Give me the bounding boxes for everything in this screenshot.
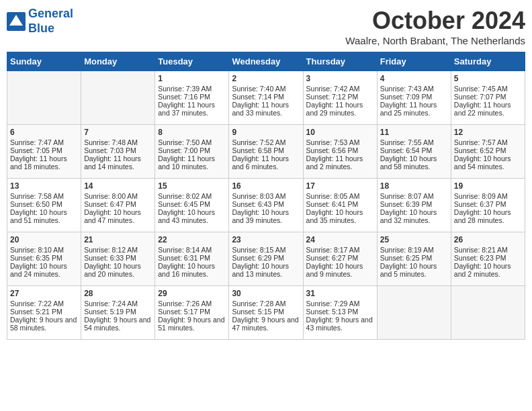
cell-text: Sunrise: 7:47 AM xyxy=(10,138,78,146)
days-header-row: SundayMondayTuesdayWednesdayThursdayFrid… xyxy=(7,52,525,71)
cell-text: Sunset: 6:58 PM xyxy=(232,146,300,154)
cell-text: Sunset: 6:37 PM xyxy=(454,200,522,208)
calendar-cell: 23Sunrise: 8:15 AMSunset: 6:29 PMDayligh… xyxy=(229,232,303,286)
day-number: 9 xyxy=(232,128,300,137)
cell-text: Sunset: 6:25 PM xyxy=(380,254,448,262)
calendar-cell xyxy=(377,286,451,340)
cell-text: Sunset: 6:45 PM xyxy=(158,200,226,208)
day-number: 30 xyxy=(232,289,300,298)
day-number: 4 xyxy=(380,74,448,83)
cell-text: Sunrise: 7:28 AM xyxy=(232,300,300,308)
calendar-cell: 24Sunrise: 8:17 AMSunset: 6:27 PMDayligh… xyxy=(303,232,377,286)
cell-text: Sunrise: 7:48 AM xyxy=(84,138,152,146)
day-header-wednesday: Wednesday xyxy=(229,52,303,71)
calendar-cell: 6Sunrise: 7:47 AMSunset: 7:05 PMDaylight… xyxy=(7,125,81,179)
cell-text: Sunrise: 8:00 AM xyxy=(84,192,152,200)
cell-text: Daylight: 10 hours and 16 minutes. xyxy=(158,262,226,278)
day-number: 28 xyxy=(84,289,152,298)
cell-text: Daylight: 11 hours and 25 minutes. xyxy=(380,101,448,117)
day-number: 14 xyxy=(84,181,152,191)
day-number: 8 xyxy=(158,128,226,137)
calendar-cell: 20Sunrise: 8:10 AMSunset: 6:35 PMDayligh… xyxy=(7,232,81,286)
cell-text: Daylight: 11 hours and 18 minutes. xyxy=(10,154,78,171)
cell-text: Sunset: 7:16 PM xyxy=(158,93,226,101)
cell-text: Daylight: 11 hours and 2 minutes. xyxy=(306,154,374,171)
logo-line2: Blue xyxy=(28,21,54,35)
cell-text: Daylight: 10 hours and 35 minutes. xyxy=(306,208,374,224)
cell-text: Sunset: 6:41 PM xyxy=(306,200,374,208)
cell-text: Sunrise: 7:52 AM xyxy=(232,138,300,146)
cell-text: Daylight: 10 hours and 54 minutes. xyxy=(454,154,522,171)
cell-text: Sunset: 7:00 PM xyxy=(158,146,226,154)
cell-text: Daylight: 9 hours and 54 minutes. xyxy=(84,316,152,332)
calendar-cell: 15Sunrise: 8:02 AMSunset: 6:45 PMDayligh… xyxy=(155,179,229,232)
cell-text: Sunrise: 7:43 AM xyxy=(380,85,448,93)
logo-text: General Blue xyxy=(28,7,73,36)
cell-text: Daylight: 9 hours and 43 minutes. xyxy=(306,316,374,332)
day-number: 25 xyxy=(380,235,448,244)
calendar-cell: 12Sunrise: 7:57 AMSunset: 6:52 PMDayligh… xyxy=(451,125,525,179)
cell-text: Sunset: 7:09 PM xyxy=(380,93,448,101)
calendar-cell: 13Sunrise: 7:58 AMSunset: 6:50 PMDayligh… xyxy=(7,179,81,232)
day-number: 2 xyxy=(232,74,300,83)
cell-text: Sunset: 7:03 PM xyxy=(84,146,152,154)
cell-text: Daylight: 11 hours and 14 minutes. xyxy=(84,154,152,171)
cell-text: Daylight: 11 hours and 6 minutes. xyxy=(232,154,300,171)
cell-text: Sunrise: 7:40 AM xyxy=(232,85,300,93)
cell-text: Sunrise: 8:07 AM xyxy=(380,192,448,200)
cell-text: Sunset: 7:07 PM xyxy=(454,93,522,101)
cell-text: Sunset: 6:54 PM xyxy=(380,146,448,154)
calendar-cell: 8Sunrise: 7:50 AMSunset: 7:00 PMDaylight… xyxy=(155,125,229,179)
cell-text: Sunrise: 7:22 AM xyxy=(10,300,78,308)
day-number: 29 xyxy=(158,289,226,298)
cell-text: Sunrise: 8:14 AM xyxy=(158,246,226,254)
cell-text: Sunset: 6:31 PM xyxy=(158,254,226,262)
calendar-cell xyxy=(451,286,525,340)
calendar-cell: 1Sunrise: 7:39 AMSunset: 7:16 PMDaylight… xyxy=(155,71,229,125)
cell-text: Sunset: 5:21 PM xyxy=(10,308,78,316)
day-number: 26 xyxy=(454,235,522,244)
cell-text: Daylight: 11 hours and 29 minutes. xyxy=(306,101,374,117)
cell-text: Daylight: 9 hours and 47 minutes. xyxy=(232,316,300,332)
day-number: 7 xyxy=(84,128,152,137)
cell-text: Daylight: 10 hours and 20 minutes. xyxy=(84,262,152,278)
calendar-cell: 18Sunrise: 8:07 AMSunset: 6:39 PMDayligh… xyxy=(377,179,451,232)
week-row-5: 27Sunrise: 7:22 AMSunset: 5:21 PMDayligh… xyxy=(7,286,525,340)
cell-text: Sunset: 7:12 PM xyxy=(306,93,374,101)
day-number: 19 xyxy=(454,181,522,191)
cell-text: Sunrise: 7:58 AM xyxy=(10,192,78,200)
cell-text: Sunrise: 8:17 AM xyxy=(306,246,374,254)
cell-text: Sunset: 6:33 PM xyxy=(84,254,152,262)
calendar-cell: 5Sunrise: 7:45 AMSunset: 7:07 PMDaylight… xyxy=(451,71,525,125)
cell-text: Sunrise: 7:39 AM xyxy=(158,85,226,93)
day-number: 31 xyxy=(306,289,374,298)
calendar-cell: 21Sunrise: 8:12 AMSunset: 6:33 PMDayligh… xyxy=(81,232,155,286)
cell-text: Sunset: 6:27 PM xyxy=(306,254,374,262)
week-row-4: 20Sunrise: 8:10 AMSunset: 6:35 PMDayligh… xyxy=(7,232,525,286)
cell-text: Sunrise: 7:26 AM xyxy=(158,300,226,308)
calendar-cell: 14Sunrise: 8:00 AMSunset: 6:47 PMDayligh… xyxy=(81,179,155,232)
page-header: General Blue October 2024 Waalre, North … xyxy=(7,7,525,46)
day-header-friday: Friday xyxy=(377,52,451,71)
cell-text: Daylight: 11 hours and 22 minutes. xyxy=(454,101,522,117)
cell-text: Daylight: 11 hours and 33 minutes. xyxy=(232,101,300,117)
calendar-cell: 9Sunrise: 7:52 AMSunset: 6:58 PMDaylight… xyxy=(229,125,303,179)
day-header-monday: Monday xyxy=(81,52,155,71)
cell-text: Sunrise: 7:50 AM xyxy=(158,138,226,146)
cell-text: Daylight: 10 hours and 24 minutes. xyxy=(10,262,78,278)
cell-text: Daylight: 10 hours and 5 minutes. xyxy=(380,262,448,278)
logo: General Blue xyxy=(7,7,73,36)
cell-text: Sunset: 6:50 PM xyxy=(10,200,78,208)
cell-text: Daylight: 10 hours and 13 minutes. xyxy=(232,262,300,278)
cell-text: Sunrise: 7:42 AM xyxy=(306,85,374,93)
cell-text: Sunset: 5:15 PM xyxy=(232,308,300,316)
logo-line1: General xyxy=(28,7,73,20)
cell-text: Daylight: 9 hours and 58 minutes. xyxy=(10,316,78,332)
calendar-cell: 3Sunrise: 7:42 AMSunset: 7:12 PMDaylight… xyxy=(303,71,377,125)
cell-text: Daylight: 10 hours and 9 minutes. xyxy=(306,262,374,278)
day-number: 16 xyxy=(232,181,300,191)
calendar-cell: 11Sunrise: 7:55 AMSunset: 6:54 PMDayligh… xyxy=(377,125,451,179)
logo-icon xyxy=(7,12,26,31)
cell-text: Sunrise: 8:03 AM xyxy=(232,192,300,200)
calendar-cell: 10Sunrise: 7:53 AMSunset: 6:56 PMDayligh… xyxy=(303,125,377,179)
